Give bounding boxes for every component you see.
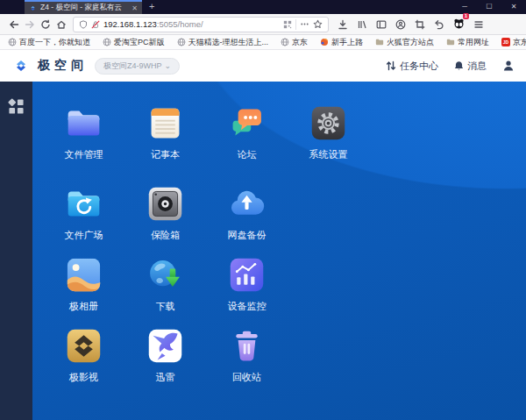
panda-extension-button[interactable]: 1 — [453, 17, 465, 32]
browser-toolbar: 192.168.1.123:5055/home/ 1 — [0, 14, 526, 35]
url-host: 192.168.1.123 — [103, 19, 157, 29]
bookmark-tmall[interactable]: 天猫精选-理想生活上... — [177, 37, 269, 48]
urlbar-divider — [295, 19, 296, 30]
device-selector[interactable]: 极空间Z4-9WHP ⌄ — [95, 58, 180, 75]
app-file-manager[interactable]: 文件管理 — [43, 103, 124, 161]
bookmark-label: 京东 — [292, 37, 308, 48]
messages-button[interactable]: 消息 — [454, 60, 487, 73]
desktop: 文件管理 记事本 论坛 — [32, 82, 526, 420]
safe-box-icon — [146, 184, 185, 224]
app-download[interactable]: 下载 — [124, 255, 206, 313]
app-label: 极相册 — [69, 300, 98, 313]
bookmark-star-icon[interactable] — [313, 19, 323, 29]
left-sidebar — [0, 82, 32, 420]
app-label: 记事本 — [151, 148, 180, 161]
photo-album-icon — [64, 255, 103, 295]
bookmark-label: 新手上路 — [331, 37, 363, 48]
app-row: 文件广场 保险箱 — [43, 184, 526, 242]
new-tab-button[interactable]: + — [142, 0, 161, 14]
panda-icon — [453, 18, 465, 29]
back-icon[interactable] — [6, 19, 22, 30]
insecure-lock-icon[interactable] — [91, 20, 100, 29]
app-label: 网盘备份 — [228, 229, 267, 242]
app-header: 极空间 极空间Z4-9WHP ⌄ 任务中心 消息 — [0, 50, 526, 82]
tab-close-icon[interactable]: ✕ — [132, 4, 138, 12]
maximize-button[interactable]: ☐ — [477, 0, 501, 14]
url-path: :5055/home/ — [157, 19, 203, 29]
app-notepad[interactable]: 记事本 — [124, 103, 206, 161]
transfer-arrows-icon — [386, 61, 396, 71]
sidebar-toggle-icon[interactable] — [376, 19, 387, 30]
user-avatar-icon[interactable] — [502, 60, 515, 72]
device-name: 极空间Z4-9WHP — [103, 61, 162, 72]
menu-icon[interactable] — [473, 19, 484, 30]
folder-icon — [446, 38, 455, 46]
app-forum[interactable]: 论坛 — [206, 103, 288, 161]
app-cloud-backup[interactable]: 网盘备份 — [206, 184, 288, 242]
app-safe-box[interactable]: 保险箱 — [124, 184, 206, 242]
app-grid-icon[interactable] — [8, 98, 25, 115]
app-label: 文件广场 — [65, 229, 103, 242]
app-photo-album[interactable]: 极相册 — [43, 255, 124, 313]
screenshot-icon[interactable] — [415, 19, 425, 30]
app-row: 文件管理 记事本 论坛 — [43, 103, 526, 161]
bookmark-folder-common[interactable]: 常用网址 — [446, 37, 489, 48]
jd-icon: JD — [501, 38, 510, 46]
page-content: 文件管理 记事本 论坛 — [0, 82, 526, 420]
url-text[interactable]: 192.168.1.123:5055/home/ — [103, 19, 280, 29]
qr-extension-icon[interactable] — [283, 20, 292, 29]
app-label: 极影视 — [69, 371, 98, 384]
app-label: 迅雷 — [156, 371, 175, 384]
app-recycle-bin[interactable]: 回收站 — [206, 326, 288, 384]
bookmark-jd[interactable]: 京东 — [281, 37, 308, 48]
bookmark-label: 京东商城 — [513, 37, 526, 48]
page-actions-icon[interactable] — [300, 19, 309, 29]
app-row: 极影视 迅雷 回收站 — [43, 326, 526, 384]
app-system-settings[interactable]: 系统设置 — [288, 103, 369, 161]
bookmark-label: 爱淘宝PC新版 — [114, 37, 165, 48]
bell-icon — [454, 61, 464, 71]
firefox-icon — [320, 38, 329, 46]
download-icon[interactable] — [338, 19, 348, 30]
app-movies[interactable]: 极影视 — [43, 326, 124, 384]
home-icon[interactable] — [53, 19, 69, 30]
bookmark-baidu[interactable]: 百度一下，你就知道 — [8, 37, 90, 48]
tab-favicon — [29, 4, 37, 12]
app-label: 设备监控 — [228, 300, 267, 313]
extension-badge: 1 — [463, 13, 469, 19]
app-xunlei[interactable]: 迅雷 — [124, 326, 206, 384]
bookmark-label: 火狐官方站点 — [387, 37, 434, 48]
minimize-button[interactable]: ─ — [452, 0, 477, 14]
chevron-down-icon: ⌄ — [165, 61, 172, 70]
forward-icon[interactable] — [22, 19, 38, 30]
bookmark-aitaobao[interactable]: 爱淘宝PC新版 — [103, 37, 165, 48]
bookmark-getting-started[interactable]: 新手上路 — [320, 37, 363, 48]
library-icon[interactable] — [357, 19, 367, 30]
forum-icon — [227, 103, 267, 143]
app-label: 论坛 — [238, 148, 257, 161]
reload-icon[interactable] — [38, 19, 53, 30]
undo-icon[interactable] — [434, 19, 444, 30]
app-file-plaza[interactable]: 文件广场 — [43, 184, 124, 242]
bookmark-jd-mall[interactable]: JD 京东商城 — [501, 37, 526, 48]
notepad-icon — [146, 103, 185, 143]
cloud-backup-icon — [227, 184, 267, 224]
account-icon[interactable] — [395, 19, 406, 30]
device-monitor-icon — [227, 255, 267, 295]
brand-name: 极空间 — [38, 58, 88, 74]
globe-icon — [8, 38, 17, 46]
shield-icon[interactable] — [79, 20, 88, 29]
task-center-button[interactable]: 任务中心 — [386, 60, 438, 73]
bookmark-label: 天猫精选-理想生活上... — [188, 37, 269, 48]
app-device-monitor[interactable]: 设备监控 — [206, 255, 288, 313]
browser-tab[interactable]: Z4 - 极空间 - 家庭私有云 ✕ — [25, 0, 142, 14]
bookmark-label: 常用网址 — [458, 37, 489, 48]
bookmarks-bar: 百度一下，你就知道 爱淘宝PC新版 天猫精选-理想生活上... 京东 新手上路 … — [0, 35, 526, 50]
bookmark-label: 百度一下，你就知道 — [19, 37, 90, 48]
bookmark-folder-firefox[interactable]: 火狐官方站点 — [375, 37, 434, 48]
window-controls: ─ ☐ ✕ — [452, 0, 526, 14]
app-label: 保险箱 — [151, 229, 180, 242]
close-button[interactable]: ✕ — [501, 0, 526, 14]
address-bar[interactable]: 192.168.1.123:5055/home/ — [73, 17, 329, 32]
globe-icon — [177, 38, 186, 46]
